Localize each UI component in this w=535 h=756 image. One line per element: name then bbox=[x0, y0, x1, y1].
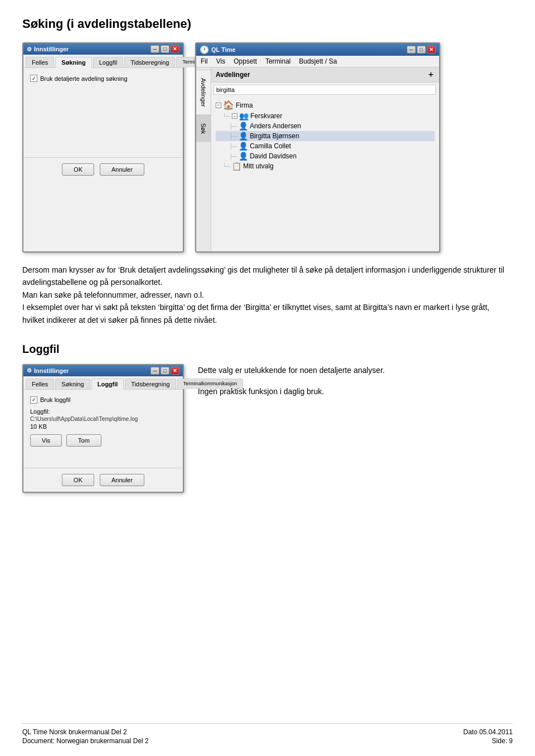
ql-titlebar: 🕐 QL Time ─ □ ✕ bbox=[196, 43, 439, 56]
ql-menu-budsjett[interactable]: Budsjett / Sa bbox=[299, 57, 337, 65]
dialog1-checkbox[interactable]: ✓ bbox=[30, 75, 37, 82]
dialog1-close-btn[interactable]: ✕ bbox=[171, 45, 179, 53]
dialog1-minimize-btn[interactable]: ─ bbox=[150, 45, 159, 53]
dialog2-controls[interactable]: ─ □ ✕ bbox=[150, 367, 179, 375]
dialog2-cancel-btn[interactable]: Annuler bbox=[100, 474, 144, 486]
tree-item-ferskvarer[interactable]: └─ − 👥 Ferskvarer bbox=[216, 111, 435, 121]
footer-left: QL Time Norsk brukermanual Del 2 Documen… bbox=[22, 728, 149, 745]
ql-sidebar-avdelinger[interactable]: Avdelinger bbox=[196, 70, 211, 115]
ql-menu-oppsett[interactable]: Oppsett bbox=[234, 57, 257, 65]
dialog1-tab-tids[interactable]: Tidsberegning bbox=[124, 57, 175, 67]
tree-label-david: David Davidsen bbox=[250, 152, 296, 160]
dialog1-ok-btn[interactable]: OK bbox=[62, 163, 94, 176]
dialog1-footer: OK Annuler bbox=[23, 157, 183, 181]
dialog2-ok-btn[interactable]: OK bbox=[62, 474, 94, 486]
tree-item-birgitta[interactable]: ├─ 👤 Birgitta Bjørnsen bbox=[216, 131, 435, 141]
loggfil-section: ⚙ Innstillinger ─ □ ✕ Felles Søkning Log… bbox=[22, 364, 513, 493]
tree-label-anders: Anders Andersen bbox=[250, 122, 301, 130]
tree-item-anders[interactable]: ├─ 👤 Anders Andersen bbox=[216, 121, 435, 131]
dialog1-checkbox-label: Bruk detaljerte avdeling søkning bbox=[40, 75, 128, 82]
ql-menu-vis[interactable]: Vis bbox=[216, 57, 225, 65]
dialog2-tabs: Felles Søkning Loggfil Tidsberegning Ter… bbox=[23, 376, 183, 390]
ql-controls[interactable]: ─ □ ✕ bbox=[407, 46, 436, 54]
ql-sidebar-sok[interactable]: Søk bbox=[196, 115, 211, 142]
dialog1-titlebar: ⚙ Innstillinger ─ □ ✕ bbox=[23, 43, 183, 55]
dialog2-minimize-btn[interactable]: ─ bbox=[150, 367, 159, 375]
dialog2-checkbox-label: Bruk loggfil bbox=[40, 396, 70, 403]
ql-sidebar: Avdelinger Søk bbox=[196, 67, 211, 251]
dialog2-maximize-btn[interactable]: □ bbox=[160, 367, 169, 375]
ql-menubar: Fil Vis Oppsett Terminal Budsjett / Sa bbox=[196, 56, 439, 67]
screenshots-row: ⚙ Innstillinger ─ □ ✕ Felles Søkning Log… bbox=[22, 42, 513, 253]
dialog2-tab-soknung[interactable]: Søkning bbox=[55, 379, 90, 389]
tree-label-ferskvarer: Ferskvarer bbox=[250, 112, 282, 120]
tree-item-firma[interactable]: − 🏠 Firma bbox=[216, 99, 435, 111]
dialog1-title: Innstillinger bbox=[34, 46, 69, 52]
dialog2-log-buttons: Vis Tom bbox=[30, 434, 176, 447]
dialog2-footer: OK Annuler bbox=[23, 468, 183, 492]
dialog1-controls[interactable]: ─ □ ✕ bbox=[150, 45, 179, 53]
ql-close-btn[interactable]: ✕ bbox=[427, 46, 436, 54]
tree-item-camilla[interactable]: ├─ 👤 Camilla Collet bbox=[216, 141, 435, 151]
dialog2-titlebar: ⚙ Innstillinger ─ □ ✕ bbox=[23, 365, 183, 376]
ql-panel-header: Avdelinger ＋ bbox=[211, 67, 439, 83]
ql-menu-fil[interactable]: Fil bbox=[201, 57, 208, 65]
loggfil-para2: Ingen praktisk funksjon i daglig bruk. bbox=[198, 385, 513, 398]
ql-minimize-btn[interactable]: ─ bbox=[407, 46, 416, 54]
expand-ferskvarer[interactable]: − bbox=[232, 113, 237, 119]
ql-title-left: 🕐 QL Time bbox=[200, 45, 236, 54]
dialog2-tom-btn[interactable]: Tom bbox=[66, 434, 101, 447]
description-block: Dersom man krysser av for ‘Bruk detaljer… bbox=[22, 264, 513, 326]
footer-right: Dato 05.04.2011 Side: 9 bbox=[463, 728, 513, 745]
description-para2: Man kan søke på telefonnummer, adresser,… bbox=[22, 289, 513, 301]
dialog2-size: 10 KB bbox=[30, 423, 176, 430]
tree-item-mittutvalg[interactable]: └─ 📋 Mitt utvalg bbox=[216, 161, 435, 171]
spacer bbox=[22, 504, 513, 723]
dialog2-vis-btn[interactable]: Vis bbox=[30, 434, 62, 447]
description-para1: Dersom man krysser av for ‘Bruk detaljer… bbox=[22, 264, 513, 289]
ql-menu-terminal[interactable]: Terminal bbox=[265, 57, 290, 65]
dialog2-tab-tids[interactable]: Tidsberegning bbox=[125, 379, 176, 389]
expand-firma[interactable]: − bbox=[216, 103, 221, 108]
dialog2-title-left: ⚙ Innstillinger bbox=[27, 367, 69, 374]
dialog2-content: ✓ Bruk loggfil Loggfil: C:\Users\ulf\App… bbox=[23, 390, 183, 468]
dialog2-tab-loggfil[interactable]: Loggfil bbox=[91, 379, 124, 390]
ql-search-input[interactable] bbox=[213, 85, 436, 95]
dialog2-field-label: Loggfil: bbox=[30, 408, 176, 415]
tree-label-mittutvalg: Mitt utvalg bbox=[243, 162, 274, 170]
ql-maximize-btn[interactable]: □ bbox=[417, 46, 426, 54]
footer-line1: QL Time Norsk brukermanual Del 2 bbox=[22, 728, 149, 736]
ql-body: Avdelinger Søk Avdelinger ＋ bbox=[196, 67, 439, 251]
dialog1-content: ✓ Bruk detaljerte avdeling søkning bbox=[23, 68, 183, 157]
tree-label-birgitta: Birgitta Bjørnsen bbox=[250, 132, 299, 140]
dialog1-tab-felles[interactable]: Felles bbox=[26, 57, 54, 67]
footer-date-value: 05.04.2011 bbox=[479, 728, 513, 736]
ql-sidebar-sok-label: Søk bbox=[198, 120, 208, 138]
page-footer: QL Time Norsk brukermanual Del 2 Documen… bbox=[22, 723, 513, 745]
dialog1-maximize-btn[interactable]: □ bbox=[160, 45, 169, 53]
dialog2-checkbox[interactable]: ✓ bbox=[30, 396, 37, 404]
dialog2-field-value: C:\Users\ulf\AppData\Local\Temp\qltime.l… bbox=[30, 416, 176, 422]
ql-sidebar-avdelinger-label: Avdelinger bbox=[198, 75, 208, 110]
ql-panel-add-icon[interactable]: ＋ bbox=[427, 70, 435, 80]
tree-item-david[interactable]: ├─ 👤 David Davidsen bbox=[216, 151, 435, 161]
footer-page: Side: 9 bbox=[492, 737, 513, 745]
loggfil-para1: Dette valg er utelukkende for noen detal… bbox=[198, 364, 513, 376]
dialog2-tab-felles[interactable]: Felles bbox=[26, 379, 54, 389]
settings-dialog-2: ⚙ Innstillinger ─ □ ✕ Felles Søkning Log… bbox=[22, 364, 184, 493]
dialog2-title: Innstillinger bbox=[34, 367, 69, 374]
dialog1-title-left: ⚙ Innstillinger bbox=[27, 46, 69, 52]
dialog1-tab-soknung[interactable]: Søkning bbox=[55, 57, 91, 68]
description-para3: I eksemplet over har vi søkt på teksten … bbox=[22, 301, 513, 326]
ql-main-panel: Avdelinger ＋ − 🏠 Firma bbox=[211, 67, 439, 251]
loggfil-text-block: Dette valg er utelukkende for noen detal… bbox=[198, 364, 513, 493]
dialog1-tab-loggfil[interactable]: Loggfil bbox=[93, 57, 123, 67]
dialog1-cancel-btn[interactable]: Annuler bbox=[100, 163, 144, 176]
ql-panel-title: Avdelinger bbox=[216, 71, 250, 79]
footer-date: Dato 05.04.2011 bbox=[463, 728, 513, 736]
loggfil-section-title: Loggfil bbox=[22, 343, 513, 356]
dialog1-checkbox-row: ✓ Bruk detaljerte avdeling søkning bbox=[30, 75, 176, 82]
dialog2-checkbox-row: ✓ Bruk loggfil bbox=[30, 396, 176, 404]
dialog2-close-btn[interactable]: ✕ bbox=[171, 367, 179, 375]
settings-dialog-1: ⚙ Innstillinger ─ □ ✕ Felles Søkning Log… bbox=[22, 42, 184, 253]
